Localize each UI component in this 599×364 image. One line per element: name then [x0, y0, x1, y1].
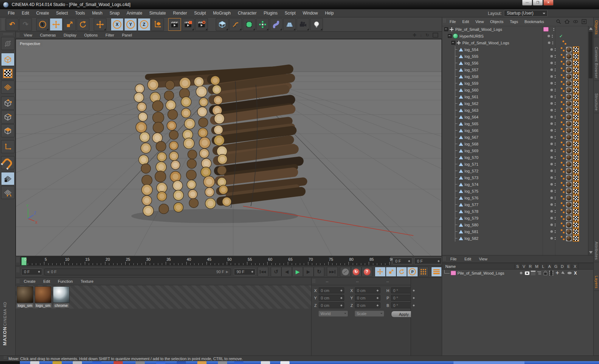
uvw-tag[interactable] — [573, 175, 579, 181]
editor-dot[interactable] — [550, 176, 553, 179]
add-array-button[interactable] — [256, 18, 269, 31]
taskbar-app-button[interactable] — [30, 361, 39, 364]
tree-row-log[interactable]: log_571 — [442, 161, 588, 167]
object-name[interactable]: log_582 — [465, 236, 478, 241]
add-camera-button[interactable] — [297, 18, 309, 31]
phong-dots[interactable] — [561, 107, 565, 113]
editor-dot[interactable] — [548, 35, 550, 37]
viewport-pan-icon[interactable]: ✚ — [413, 33, 416, 38]
uvw-tag[interactable] — [573, 168, 579, 174]
taskbar-app-button[interactable] — [53, 361, 62, 364]
editor-dot[interactable] — [550, 68, 553, 71]
scale-dropdown[interactable]: Scale — [355, 311, 384, 316]
visibility-dots[interactable] — [555, 55, 556, 58]
visibility-dots[interactable] — [555, 170, 556, 172]
key-scale-button[interactable] — [386, 267, 396, 277]
tree-row-log[interactable]: log_569 — [442, 147, 588, 154]
tree-row-log[interactable]: log_572 — [442, 167, 588, 174]
tree-row-log[interactable]: log_577 — [442, 201, 588, 208]
editor-dot[interactable] — [550, 129, 553, 132]
object-name[interactable]: log_567 — [465, 135, 478, 139]
keyframe-selection-button[interactable] — [340, 267, 351, 277]
add-cube-button[interactable] — [216, 18, 229, 31]
phong-dots[interactable] — [561, 47, 565, 52]
material-tag[interactable] — [566, 155, 572, 160]
object-menu-item-edit[interactable]: Edit — [459, 20, 472, 24]
material-item[interactable]: logs_sm — [17, 286, 33, 308]
enable-axis-button[interactable] — [1, 140, 15, 153]
material-menu-item-function[interactable]: Function — [54, 279, 77, 283]
column-header-d[interactable]: D — [559, 264, 565, 269]
editor-dot[interactable] — [550, 62, 553, 64]
object-name[interactable]: HyperNURBS — [460, 34, 484, 38]
visibility-dots[interactable] — [555, 203, 556, 206]
add-deformer-button[interactable] — [270, 18, 282, 31]
editor-dot[interactable] — [550, 190, 553, 192]
material-tag[interactable] — [566, 141, 572, 147]
tree-row-log[interactable]: log_561 — [442, 93, 588, 100]
phong-dots[interactable] — [561, 202, 565, 207]
viewport-menu-item-panel[interactable]: Panel — [118, 33, 136, 37]
material-tag[interactable] — [566, 236, 572, 241]
editor-dot[interactable] — [550, 149, 553, 152]
editor-dot[interactable] — [550, 122, 553, 125]
object-name[interactable]: log_569 — [465, 149, 478, 153]
main-menu-item-edit[interactable]: Edit — [18, 11, 33, 16]
phong-dots[interactable] — [561, 94, 565, 99]
phong-dots[interactable] — [561, 141, 565, 147]
collapse-icon[interactable] — [448, 34, 452, 38]
coord-field-rotation-p[interactable]: 0 ° — [391, 295, 417, 301]
uvw-tag[interactable] — [573, 222, 579, 228]
maximize-button[interactable]: ❐ — [533, 0, 543, 6]
tree-row-log[interactable]: log_559 — [442, 80, 588, 87]
visibility-dots[interactable] — [555, 156, 556, 159]
object-manager-handle[interactable] — [443, 18, 446, 23]
column-header-v[interactable]: V — [521, 264, 527, 269]
main-menu-item-select[interactable]: Select — [53, 11, 71, 16]
scroll-down-icon[interactable] — [589, 251, 593, 254]
material-tag[interactable] — [566, 229, 572, 235]
visibility-dots[interactable] — [555, 197, 556, 199]
lock-z-axis-button[interactable]: Z — [138, 18, 150, 31]
editor-dot[interactable] — [550, 116, 553, 118]
editor-dot[interactable] — [550, 217, 553, 219]
uvw-tag[interactable] — [573, 121, 579, 127]
visibility-dots[interactable] — [553, 28, 554, 31]
column-header-g[interactable]: G — [553, 264, 559, 269]
side-tab-layers[interactable]: Layers — [594, 274, 599, 291]
object-menu-item-tags[interactable]: Tags — [507, 20, 521, 24]
visibility-dots[interactable] — [555, 62, 556, 65]
material-tag[interactable] — [566, 182, 572, 187]
taskbar-app-button[interactable] — [218, 361, 227, 364]
taskbar-app-button[interactable] — [280, 361, 290, 364]
object-name[interactable]: log_574 — [465, 182, 478, 187]
taskbar-start-zone[interactable] — [0, 361, 20, 364]
spinner-icon[interactable] — [376, 303, 379, 308]
spinner-icon[interactable] — [376, 296, 379, 300]
uvw-tag[interactable] — [573, 188, 579, 194]
side-tab-structure[interactable]: Structure — [594, 91, 599, 113]
add-layer-icon[interactable] — [581, 19, 587, 24]
edges-mode-button[interactable] — [1, 110, 15, 123]
tree-row-hypernurbs[interactable]: HyperNURBS✓ — [442, 33, 588, 39]
spinner-icon[interactable] — [340, 296, 343, 300]
material-tag[interactable] — [566, 128, 572, 133]
scroll-up-icon[interactable] — [589, 27, 593, 30]
object-name[interactable]: log_562 — [465, 101, 478, 106]
material-tag[interactable] — [566, 74, 572, 79]
main-menu-item-tools[interactable]: Tools — [71, 11, 88, 16]
taskbar-app-button[interactable] — [197, 361, 207, 364]
phong-dots[interactable] — [561, 229, 565, 234]
object-menu-item-view[interactable]: View — [472, 20, 487, 24]
points-mode-button[interactable] — [1, 96, 15, 110]
editor-dot[interactable] — [550, 55, 553, 57]
tree-row-log[interactable]: log_578 — [442, 208, 588, 215]
uvw-tag[interactable] — [573, 202, 579, 208]
material-tag[interactable] — [566, 94, 572, 100]
material-tag[interactable] — [566, 87, 572, 93]
coordinates-handle[interactable] — [312, 279, 315, 283]
object-name[interactable]: log_576 — [465, 196, 478, 200]
tree-row-log[interactable]: log_564 — [442, 114, 588, 120]
layer-color-chip[interactable] — [451, 271, 456, 275]
last-tool-button[interactable] — [94, 18, 106, 31]
